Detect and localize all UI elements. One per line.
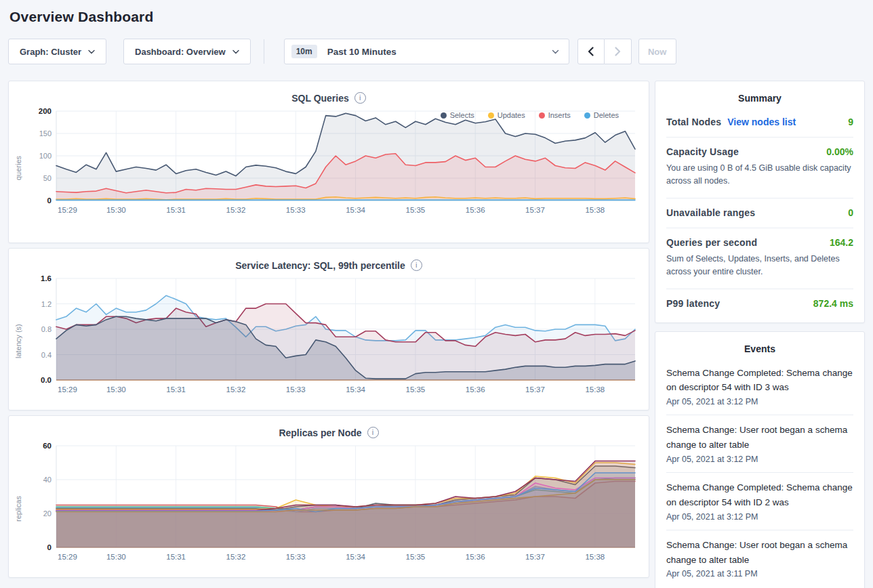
info-icon[interactable]: i (354, 92, 366, 104)
dashboard-dropdown[interactable]: Dashboard: Overview (123, 39, 251, 64)
x-tick-label: 15:36 (466, 385, 485, 394)
summary-label: Queries per second (666, 237, 757, 248)
event-timestamp: Apr 05, 2021 at 3:12 PM (666, 512, 853, 522)
y-tick-label: 20 (43, 509, 52, 518)
y-tick-label: 0 (47, 196, 52, 205)
legend-label: Deletes (594, 111, 619, 119)
event-text: Schema Change Completed: Schema change o… (666, 366, 853, 396)
x-tick-label: 15:29 (58, 553, 77, 561)
summary-row-capacity-usage: Capacity Usage 0.00% You are using 0 B o… (666, 138, 853, 198)
charts-column: SQL Queries i SelectsUpdatesInsertsDelet… (8, 81, 649, 588)
x-tick-label: 15:33 (286, 206, 306, 214)
events-title: Events (666, 332, 853, 358)
x-tick-label: 15:32 (226, 206, 246, 214)
range-step-buttons (577, 39, 632, 64)
chevron-right-icon (615, 47, 621, 56)
x-tick-label: 15:33 (286, 553, 306, 561)
summary-label: P99 latency (666, 298, 720, 309)
view-nodes-list-link[interactable]: View nodes list (727, 117, 796, 127)
summary-value: 872.4 ms (813, 298, 853, 309)
x-tick-label: 15:34 (346, 206, 365, 214)
now-button[interactable]: Now (638, 39, 676, 64)
prev-range-button[interactable] (577, 39, 605, 64)
chart-title: SQL Queries (291, 93, 349, 104)
x-tick-label: 15:31 (166, 553, 186, 561)
time-range-selector[interactable]: 10m Past 10 Minutes (284, 39, 569, 64)
x-tick-label: 15:35 (405, 206, 425, 214)
y-axis-label: queries (14, 104, 25, 218)
x-tick-label: 15:30 (106, 385, 126, 394)
x-tick-label: 15:35 (405, 553, 425, 561)
y-tick-label: 0.8 (41, 325, 52, 333)
overview-dashboard-page: Overview Dashboard Graph: Cluster Dashbo… (0, 0, 873, 588)
event-timestamp: Apr 05, 2021 at 3:11 PM (666, 569, 853, 579)
y-tick-label: 1.2 (41, 300, 52, 308)
chevron-down-icon (232, 49, 239, 54)
x-tick-label: 15:29 (58, 385, 77, 394)
x-tick-label: 15:31 (166, 206, 186, 214)
x-tick-label: 15:37 (525, 553, 545, 561)
summary-label: Capacity Usage (666, 146, 739, 157)
event-text: Schema Change: User root began a schema … (666, 423, 853, 453)
graph-dropdown[interactable]: Graph: Cluster (8, 39, 106, 64)
next-range-button[interactable] (605, 39, 632, 64)
service-latency-plot: 15:2915:3015:3115:3215:3315:3415:3515:36… (25, 272, 643, 398)
y-axis-label: replicas (14, 439, 25, 565)
chart-title: Service Latency: SQL, 99th percentile (235, 260, 405, 271)
summary-value: 164.2 (830, 237, 853, 248)
info-icon[interactable]: i (367, 427, 379, 438)
summary-subtext: Sum of Selects, Updates, Inserts, and De… (666, 253, 853, 279)
summary-row-total-nodes: Total Nodes View nodes list 9 (666, 108, 853, 138)
legend-label: Updates (498, 111, 525, 119)
chart-service-latency: Service Latency: SQL, 99th percentile i … (8, 248, 649, 411)
y-tick-label: 40 (43, 476, 52, 484)
x-tick-label: 15:32 (226, 385, 246, 394)
y-tick-label: 0 (47, 543, 52, 551)
x-tick-label: 15:30 (106, 553, 126, 561)
y-tick-label: 50 (43, 174, 52, 182)
x-tick-label: 15:32 (226, 553, 246, 561)
event-text: Schema Change: User root began a schema … (666, 538, 853, 568)
legend-item-deletes[interactable]: Deletes (584, 111, 619, 119)
x-tick-label: 15:33 (286, 385, 306, 394)
event-text: Schema Change Completed: Schema change o… (666, 480, 853, 510)
time-range-badge: 10m (291, 45, 317, 58)
chevron-left-icon (588, 47, 594, 56)
y-axis-label: latency (s) (14, 272, 25, 398)
summary-label: Unavailable ranges (666, 207, 755, 218)
x-tick-label: 15:38 (585, 206, 605, 214)
x-tick-label: 15:36 (466, 553, 485, 561)
x-tick-label: 15:36 (466, 206, 485, 214)
info-icon[interactable]: i (411, 259, 422, 271)
toolbar-divider (264, 39, 264, 64)
x-tick-label: 15:34 (346, 385, 365, 394)
page-title: Overview Dashboard (8, 0, 865, 25)
events-panel: Events Schema Change Completed: Schema c… (655, 331, 865, 588)
summary-title: Summary (666, 81, 853, 108)
summary-value: 9 (848, 117, 853, 127)
summary-row-queries-per-second: Queries per second 164.2 Sum of Selects,… (666, 228, 853, 289)
time-range-label: Past 10 Minutes (327, 47, 397, 57)
sidebar: Summary Total Nodes View nodes list 9 Ca… (655, 81, 865, 588)
summary-row-unavailable-ranges: Unavailable ranges 0 (666, 198, 853, 228)
legend-label: Inserts (548, 111, 571, 119)
legend-label: Selects (450, 111, 474, 119)
replicas-plot: 15:2915:3015:3115:3215:3315:3415:3515:36… (25, 439, 643, 565)
dashboard-dropdown-label: Dashboard: Overview (135, 47, 226, 57)
summary-subtext: You are using 0 B of 4.5 GiB usable disk… (666, 162, 853, 188)
legend-dot-icon (441, 112, 447, 119)
event-timestamp: Apr 05, 2021 at 3:12 PM (666, 455, 853, 464)
legend-item-inserts[interactable]: Inserts (539, 111, 571, 119)
event-timestamp: Apr 05, 2021 at 3:12 PM (666, 397, 853, 406)
y-tick-label: 150 (39, 129, 52, 138)
event-item: Schema Change Completed: Schema change o… (666, 473, 853, 530)
y-tick-label: 0.4 (41, 351, 52, 359)
summary-panel: Summary Total Nodes View nodes list 9 Ca… (655, 81, 865, 323)
x-tick-label: 15:31 (166, 385, 186, 394)
x-tick-label: 15:30 (106, 206, 126, 214)
chart-sql-queries: SQL Queries i SelectsUpdatesInsertsDelet… (8, 81, 649, 243)
event-item: Schema Change: User root began a schema … (666, 530, 853, 587)
legend-item-selects[interactable]: Selects (441, 111, 474, 119)
legend-item-updates[interactable]: Updates (488, 111, 525, 119)
summary-label: Total Nodes (666, 117, 721, 127)
